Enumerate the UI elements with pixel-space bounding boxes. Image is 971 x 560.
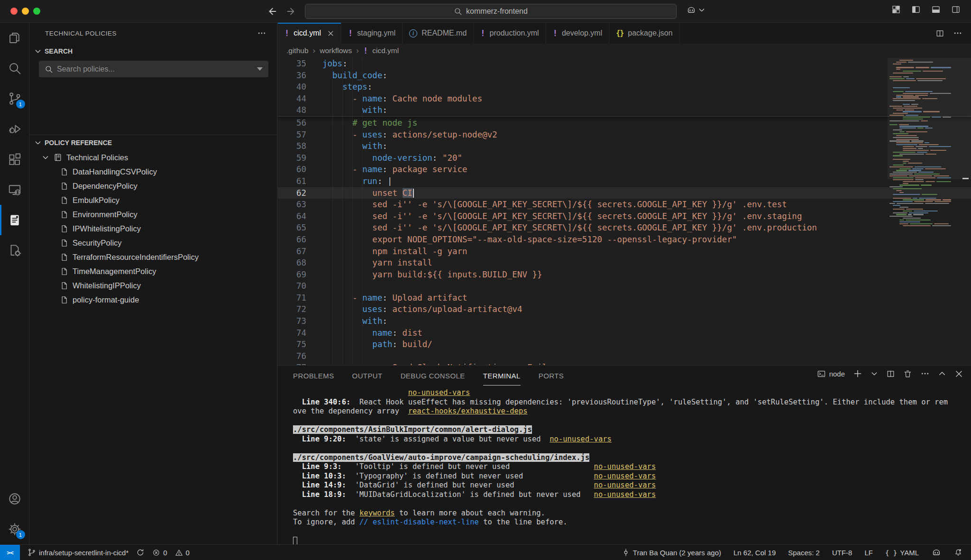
statusbar-indentation[interactable]: Spaces: 2 xyxy=(788,549,820,557)
code-line-62[interactable]: 62 unset CI xyxy=(278,187,971,199)
activity-item-search[interactable] xyxy=(0,53,29,83)
window-close-button[interactable] xyxy=(10,8,18,15)
code-line-66[interactable]: 66 export NODE_OPTIONS="--max-old-space-… xyxy=(278,234,971,246)
section-header-policy-reference[interactable]: POLICY REFERENCE xyxy=(29,135,277,150)
section-header-search[interactable]: SEARCH xyxy=(29,44,277,59)
statusbar-cursor-position[interactable]: Ln 62, Col 19 xyxy=(733,549,776,557)
policy-search-input[interactable] xyxy=(57,65,253,73)
panel-tab-terminal[interactable]: TERMINAL xyxy=(483,366,521,386)
panel-tab-ports[interactable]: PORTS xyxy=(539,366,564,386)
window-maximize-button[interactable] xyxy=(33,8,40,15)
editor-tab-cicd.yml[interactable]: !cicd.yml xyxy=(278,23,341,44)
code-line-35[interactable]: 35jobs: xyxy=(278,58,971,70)
tree-item-policy[interactable]: TerraformResourceIndentifiersPolicy xyxy=(29,250,277,264)
code-line-71[interactable]: 71 - name: Upload artifact xyxy=(278,292,971,304)
terminal-link[interactable]: no-unused-vars xyxy=(594,472,656,480)
code-line-75[interactable]: 75 path: build/ xyxy=(278,339,971,350)
minimap[interactable] xyxy=(888,58,951,237)
activity-item-explorer[interactable] xyxy=(0,23,29,53)
terminal-output[interactable]: no-unused-vars Line 340:6: React Hook us… xyxy=(293,388,963,544)
code-line-64[interactable]: 64 sed -i'' -e 's/\[GOOGLE_API_KEY_SECRE… xyxy=(278,211,971,222)
toggle-secondary-sidebar-icon[interactable] xyxy=(951,5,961,14)
code-editor[interactable]: 35jobs:36 build_code:40 steps:44 - name:… xyxy=(278,58,971,365)
code-line-73[interactable]: 73 with: xyxy=(278,315,971,327)
statusbar-git-branch[interactable]: infra/setup-secretlint-in-cicd* xyxy=(27,548,128,557)
toggle-panel-icon[interactable] xyxy=(931,5,941,14)
code-line-40[interactable]: 40 steps: xyxy=(278,81,971,93)
editor-more-actions-icon[interactable] xyxy=(953,28,962,38)
copilot-menu[interactable] xyxy=(686,5,705,15)
navigate-back-icon[interactable] xyxy=(265,4,280,19)
panel-more-actions-icon[interactable] xyxy=(920,369,930,378)
breadcrumb-item[interactable]: cicd.yml xyxy=(372,46,399,55)
statusbar-warnings[interactable]: 0 xyxy=(175,549,190,557)
statusbar-encoding[interactable]: UTF-8 xyxy=(832,549,852,557)
terminal-link[interactable]: keywords xyxy=(359,509,395,517)
tree-item-technical-policies[interactable]: Technical Policies xyxy=(29,150,277,165)
terminal-link[interactable]: no-unused-vars xyxy=(594,481,656,489)
terminal-link[interactable]: react-hooks/exhaustive-deps xyxy=(408,407,528,415)
code-line-56[interactable]: 56 # get node js xyxy=(278,117,971,129)
code-line-61[interactable]: 61 run: | xyxy=(278,175,971,187)
tree-item-policy[interactable]: DependencyPolicy xyxy=(29,179,277,193)
terminal-link[interactable]: no-unused-vars xyxy=(408,388,470,397)
statusbar-git-blame[interactable]: Tran Ba Quan (2 years ago) xyxy=(622,548,721,557)
activity-item-source-control[interactable]: 1 xyxy=(0,83,29,114)
code-line-68[interactable]: 68 yarn install xyxy=(278,257,971,269)
split-terminal-icon[interactable] xyxy=(886,369,895,378)
activity-item-custom-tool[interactable] xyxy=(0,235,29,266)
terminal-link[interactable]: no-unused-vars xyxy=(594,490,656,499)
kill-terminal-icon[interactable] xyxy=(903,369,912,378)
activity-item-run-debug[interactable] xyxy=(0,114,29,144)
search-dropdown-caret[interactable] xyxy=(257,67,263,71)
tree-item-policy[interactable]: DataHandlingCSVPolicy xyxy=(29,165,277,179)
split-editor-icon[interactable] xyxy=(935,29,944,38)
sidebar-more-actions-icon[interactable] xyxy=(257,28,266,38)
editor-tab-package.json[interactable]: {}package.json xyxy=(609,23,679,44)
code-line-36[interactable]: 36 build_code: xyxy=(278,70,971,82)
command-center-search[interactable]: kommerz-frontend xyxy=(305,4,677,19)
tree-item-policy[interactable]: EmbulkPolicy xyxy=(29,193,277,207)
code-line-69[interactable]: 69 yarn build:${{ inputs.BUILD_ENV }} xyxy=(278,269,971,281)
code-line-60[interactable]: 60 - name: package service xyxy=(278,164,971,175)
statusbar-notifications[interactable] xyxy=(954,548,962,557)
statusbar-eol[interactable]: LF xyxy=(864,549,873,557)
code-line-74[interactable]: 74 name: dist xyxy=(278,327,971,339)
statusbar-copilot-status[interactable] xyxy=(931,547,942,558)
maximize-panel-icon[interactable] xyxy=(938,369,946,378)
close-tab-icon[interactable] xyxy=(327,30,334,37)
statusbar-sync[interactable] xyxy=(136,548,145,557)
statusbar-language-mode[interactable]: { }YAML xyxy=(885,549,919,557)
tree-item-policy[interactable]: IPWhitelistingPolicy xyxy=(29,221,277,236)
tree-item-policy[interactable]: TimeManagementPolicy xyxy=(29,264,277,278)
editor-tab-develop.yml[interactable]: !develop.yml xyxy=(546,23,610,44)
code-line-65[interactable]: 65 sed -i'' -e 's/\[GOOGLE_API_KEY_SECRE… xyxy=(278,222,971,234)
customize-layout-icon[interactable] xyxy=(891,5,901,14)
code-line-48[interactable]: 48 with: xyxy=(278,104,971,116)
toggle-primary-sidebar-icon[interactable] xyxy=(911,5,921,14)
code-line-58[interactable]: 58 with: xyxy=(278,140,971,152)
window-minimize-button[interactable] xyxy=(22,8,29,15)
breadcrumb-item[interactable]: .github xyxy=(286,46,309,55)
editor-tab-staging.yml[interactable]: !staging.yml xyxy=(341,23,403,44)
activity-item-extensions[interactable] xyxy=(0,144,29,174)
editor-tab-production.yml[interactable]: !production.yml xyxy=(474,23,546,44)
breadcrumb-item[interactable]: workflows xyxy=(320,46,352,55)
terminal-instance-label[interactable]: node xyxy=(817,369,845,378)
tree-item-policy[interactable]: EnvironmentPolicy xyxy=(29,207,277,221)
terminal-link[interactable]: no-unused-vars xyxy=(550,435,612,443)
code-line-63[interactable]: 63 sed -i'' -e 's/\[GOOGLE_API_KEY_SECRE… xyxy=(278,199,971,211)
code-line-67[interactable]: 67 npm install -g yarn xyxy=(278,246,971,257)
activity-item-accounts[interactable] xyxy=(0,484,29,514)
code-line-57[interactable]: 57 - uses: actions/setup-node@v2 xyxy=(278,129,971,141)
statusbar-errors[interactable]: 0 xyxy=(152,549,167,557)
code-line-76[interactable]: 76 xyxy=(278,350,971,362)
terminal-dropdown-chevron-icon[interactable] xyxy=(870,370,878,377)
panel-tab-problems[interactable]: PROBLEMS xyxy=(293,366,334,386)
new-terminal-icon[interactable] xyxy=(853,369,862,378)
statusbar-remote-indicator[interactable]: >< xyxy=(0,545,20,560)
panel-tab-debug-console[interactable]: DEBUG CONSOLE xyxy=(401,366,465,386)
panel-tab-output[interactable]: OUTPUT xyxy=(352,366,383,386)
code-line-72[interactable]: 72 uses: actions/upload-artifact@v4 xyxy=(278,303,971,315)
tree-item-policy[interactable]: WhitelistingIPPolicy xyxy=(29,278,277,293)
